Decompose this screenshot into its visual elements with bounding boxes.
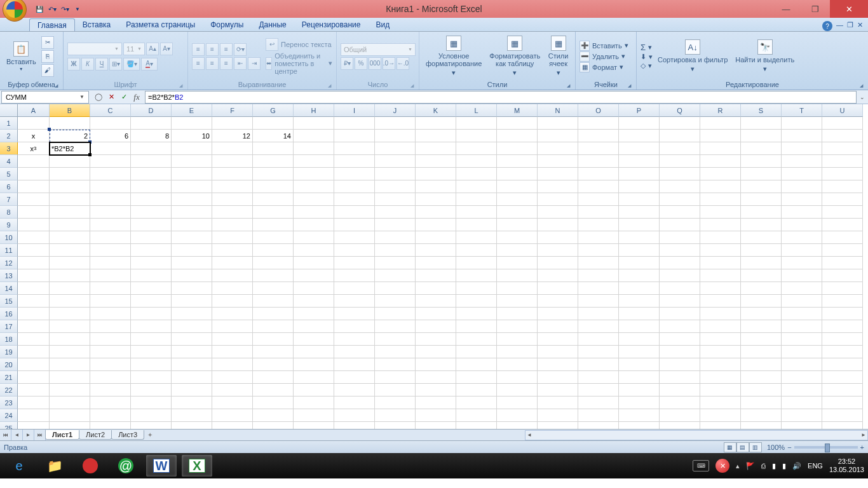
cell-E13[interactable] bbox=[172, 269, 212, 282]
cell-S21[interactable] bbox=[741, 371, 782, 384]
cell-F9[interactable] bbox=[212, 219, 253, 231]
sheet-prev-icon[interactable]: ◄ bbox=[11, 430, 23, 440]
cell-T13[interactable] bbox=[782, 269, 822, 282]
cell-S7[interactable] bbox=[741, 193, 782, 206]
shrink-font-icon[interactable]: A▾ bbox=[160, 43, 173, 55]
cell-L11[interactable] bbox=[456, 244, 497, 257]
col-header-G[interactable]: G bbox=[253, 104, 294, 117]
cell-I16[interactable] bbox=[334, 308, 375, 320]
cell-J5[interactable] bbox=[375, 168, 416, 180]
network-icon[interactable]: ▮ bbox=[782, 462, 786, 470]
cell-I22[interactable] bbox=[334, 384, 375, 396]
cell-R1[interactable] bbox=[700, 117, 741, 130]
cell-O11[interactable] bbox=[578, 244, 619, 257]
cell-O15[interactable] bbox=[578, 295, 619, 308]
cell-M8[interactable] bbox=[497, 206, 538, 219]
cell-G23[interactable] bbox=[253, 396, 294, 409]
cell-P19[interactable] bbox=[619, 346, 660, 358]
cell-D22[interactable] bbox=[131, 384, 172, 396]
cell-H13[interactable] bbox=[294, 269, 334, 282]
align-center-icon[interactable]: ≡ bbox=[206, 57, 219, 70]
cell-C15[interactable] bbox=[90, 295, 131, 308]
cell-Q6[interactable] bbox=[660, 180, 700, 193]
cell-D15[interactable] bbox=[131, 295, 172, 308]
row-header-4[interactable]: 4 bbox=[0, 155, 18, 168]
ribbon-minimize-icon[interactable]: — bbox=[836, 21, 843, 31]
cell-I20[interactable] bbox=[334, 358, 375, 371]
cell-H20[interactable] bbox=[294, 358, 334, 371]
cell-G24[interactable] bbox=[253, 409, 294, 422]
cell-O7[interactable] bbox=[578, 193, 619, 206]
cell-D25[interactable] bbox=[131, 422, 172, 429]
row-header-1[interactable]: 1 bbox=[0, 117, 18, 130]
cell-R25[interactable] bbox=[700, 422, 741, 429]
cell-L16[interactable] bbox=[456, 308, 497, 320]
cell-A2[interactable]: x bbox=[18, 130, 50, 142]
cell-J19[interactable] bbox=[375, 346, 416, 358]
minimize-button[interactable]: — bbox=[771, 0, 801, 18]
cell-B11[interactable] bbox=[50, 244, 90, 257]
cell-A21[interactable] bbox=[18, 371, 50, 384]
cell-P2[interactable] bbox=[619, 130, 660, 142]
cell-H4[interactable] bbox=[294, 155, 334, 168]
copy-icon[interactable]: ⎘ bbox=[41, 50, 54, 63]
cell-N19[interactable] bbox=[538, 346, 578, 358]
cell-T18[interactable] bbox=[782, 333, 822, 346]
col-header-S[interactable]: S bbox=[741, 104, 782, 117]
cell-T21[interactable] bbox=[782, 371, 822, 384]
cell-P1[interactable] bbox=[619, 117, 660, 130]
cell-D11[interactable] bbox=[131, 244, 172, 257]
cell-J17[interactable] bbox=[375, 320, 416, 333]
cell-I21[interactable] bbox=[334, 371, 375, 384]
cell-T4[interactable] bbox=[782, 155, 822, 168]
zoom-in-icon[interactable]: + bbox=[860, 444, 864, 451]
merge-center-button[interactable]: ⬌Объединить и поместить в центре▾ bbox=[266, 52, 332, 75]
cell-J18[interactable] bbox=[375, 333, 416, 346]
word-icon[interactable]: W bbox=[146, 455, 177, 477]
cell-S1[interactable] bbox=[741, 117, 782, 130]
cell-U23[interactable] bbox=[822, 396, 863, 409]
cell-E10[interactable] bbox=[172, 231, 212, 244]
cell-K10[interactable] bbox=[416, 231, 456, 244]
cell-J15[interactable] bbox=[375, 295, 416, 308]
cell-F24[interactable] bbox=[212, 409, 253, 422]
cell-T14[interactable] bbox=[782, 282, 822, 295]
cell-O18[interactable] bbox=[578, 333, 619, 346]
cell-B19[interactable] bbox=[50, 346, 90, 358]
cell-B14[interactable] bbox=[50, 282, 90, 295]
cell-J6[interactable] bbox=[375, 180, 416, 193]
cell-R13[interactable] bbox=[700, 269, 741, 282]
cell-E6[interactable] bbox=[172, 180, 212, 193]
align-top-icon[interactable]: ≡ bbox=[192, 43, 205, 56]
select-all-corner[interactable] bbox=[0, 104, 18, 117]
cell-D4[interactable] bbox=[131, 155, 172, 168]
cell-J13[interactable] bbox=[375, 269, 416, 282]
cell-N11[interactable] bbox=[538, 244, 578, 257]
cell-C11[interactable] bbox=[90, 244, 131, 257]
cell-B2[interactable]: 2 bbox=[50, 130, 90, 142]
explorer-icon[interactable]: 📁 bbox=[39, 455, 70, 477]
cell-O14[interactable] bbox=[578, 282, 619, 295]
cell-M19[interactable] bbox=[497, 346, 538, 358]
cell-F20[interactable] bbox=[212, 358, 253, 371]
undo-icon[interactable]: ↶▾ bbox=[47, 4, 57, 14]
cell-K4[interactable] bbox=[416, 155, 456, 168]
cell-U14[interactable] bbox=[822, 282, 863, 295]
row-header-3[interactable]: 3 bbox=[0, 142, 18, 155]
cell-I7[interactable] bbox=[334, 193, 375, 206]
delete-cells-button[interactable]: ➖Удалить▾ bbox=[580, 51, 632, 62]
cell-D24[interactable] bbox=[131, 409, 172, 422]
cell-R9[interactable] bbox=[700, 219, 741, 231]
cell-F12[interactable] bbox=[212, 257, 253, 269]
font-color-icon[interactable]: A▾ bbox=[141, 58, 158, 71]
cell-N23[interactable] bbox=[538, 396, 578, 409]
cell-J12[interactable] bbox=[375, 257, 416, 269]
cell-G5[interactable] bbox=[253, 168, 294, 180]
sheet-last-icon[interactable]: ⏭ bbox=[34, 430, 46, 440]
osk-icon[interactable]: ⌨ bbox=[693, 460, 709, 471]
indent-dec-icon[interactable]: ⇤ bbox=[234, 57, 247, 70]
cell-M25[interactable] bbox=[497, 422, 538, 429]
cell-U10[interactable] bbox=[822, 231, 863, 244]
cell-J7[interactable] bbox=[375, 193, 416, 206]
col-header-A[interactable]: A bbox=[18, 104, 50, 117]
